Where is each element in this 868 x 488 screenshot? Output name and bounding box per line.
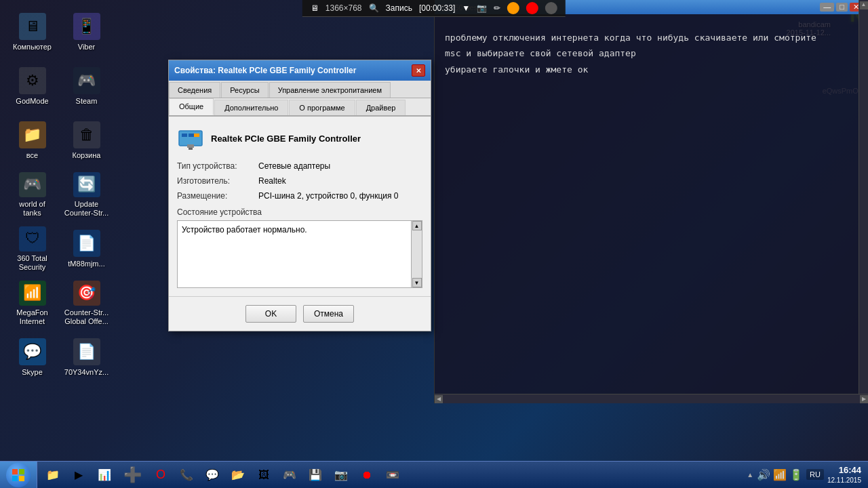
tray-icon-2[interactable]: 📶 xyxy=(773,468,787,481)
taskbar-item-opera[interactable]: O xyxy=(149,464,173,486)
desktop-icon-skype[interactable]: 💬 Skype xyxy=(7,332,58,383)
network-adapter-icon xyxy=(177,125,204,152)
taskbar-item-drive[interactable]: 💾 xyxy=(303,464,328,486)
device-name-text: Realtek PCIe GBE Family Controller xyxy=(211,134,361,144)
viber-label: Viber xyxy=(78,43,95,52)
edit-icon[interactable]: ✏ xyxy=(494,3,500,13)
desktop-icon-trash[interactable]: 🗑 Корзина xyxy=(61,115,112,166)
trash-icon: 🗑 xyxy=(73,121,100,148)
computer-label: Компьютер xyxy=(13,43,52,52)
scrollbar-up[interactable]: ▲ xyxy=(860,1,868,9)
camera-icon[interactable]: 📷 xyxy=(477,3,487,13)
windows-logo xyxy=(12,468,25,482)
tab-oprogramme[interactable]: О программе xyxy=(289,100,355,115)
taskbar: 📁 ▶ 📊 ➕ O 📞 💬 📂 🖼 🎮 💾 📷 ⏺ 📼 ▲ 🔊 📶 🔋 RU xyxy=(0,461,868,488)
scroll-down-arrow[interactable]: ▼ xyxy=(412,278,422,287)
trash-label: Корзина xyxy=(73,151,101,160)
maximize-btn[interactable]: □ xyxy=(836,3,848,12)
taskbar-item-game[interactable]: 🎮 xyxy=(277,464,302,486)
dialog-footer: OK Отмена xyxy=(169,296,431,331)
dialog-close-btn[interactable]: ✕ xyxy=(412,64,425,77)
desktop-icon-cs[interactable]: 🎯 Counter-Str... Global Offe... xyxy=(61,278,112,329)
desktop-icon-70y[interactable]: 📄 70Y34vnYz... xyxy=(61,332,112,383)
taskbar-item-image[interactable]: 🖼 xyxy=(252,464,276,486)
taskbar-clock[interactable]: 16:44 12.11.2015 xyxy=(827,465,861,485)
right-panel-content: проблему отключения интернета когда что … xyxy=(435,20,868,87)
type-label: Тип устройства: xyxy=(177,161,258,171)
scrollbar-right[interactable]: ▶ xyxy=(860,395,868,403)
desktop-icon-steam[interactable]: 🎮 Steam xyxy=(61,61,112,112)
tm88-label: tM88mjm... xyxy=(68,260,104,268)
scrollbar-left[interactable]: ◀ xyxy=(435,395,443,403)
type-value: Сетевые адаптеры xyxy=(258,161,330,171)
update-label: Update Counter-Str... xyxy=(64,200,109,218)
desktop: 🖥 1366×768 🔍 Запись [00:00:33] ▼ 📷 ✏ ban… xyxy=(0,0,868,488)
tab-svedeniya[interactable]: Сведения xyxy=(169,82,220,98)
taskbar-item-skype[interactable]: 💬 xyxy=(200,464,224,486)
svg-rect-2 xyxy=(189,134,194,137)
info-row-type: Тип устройства: Сетевые адаптеры xyxy=(177,161,422,171)
start-button[interactable] xyxy=(0,462,37,489)
godmode-icon: ⚙ xyxy=(19,67,46,94)
tray-icon-3[interactable]: 🔋 xyxy=(789,468,803,481)
svg-rect-1 xyxy=(182,134,187,137)
taskbar-item-files[interactable]: 📂 xyxy=(226,464,250,486)
scroll-up-arrow[interactable]: ▲ xyxy=(412,221,422,230)
70y-icon: 📄 xyxy=(73,338,100,365)
desktop-icon-tm88[interactable]: 📄 tM88mjm... xyxy=(61,224,112,274)
dialog-top-tabs: Сведения Ресурсы Управление электропитан… xyxy=(169,81,431,98)
location-value: PCI-шина 2, устройство 0, функция 0 xyxy=(258,191,399,201)
vse-label: все xyxy=(26,151,38,160)
tab-resursy[interactable]: Ресурсы xyxy=(221,82,268,98)
steam-icon: 🎮 xyxy=(73,67,100,94)
record-red-btn[interactable] xyxy=(526,2,538,14)
dialog-bottom-tabs: Общие Дополнительно О программе Драйвер xyxy=(169,98,431,117)
text-line-2: msc и выбираете свой сетевой адаптер xyxy=(445,45,858,61)
recording-bar: 🖥 1366×768 🔍 Запись [00:00:33] ▼ 📷 ✏ xyxy=(302,0,566,17)
record-orange-btn[interactable] xyxy=(507,2,519,14)
desktop-icon-update[interactable]: 🔄 Update Counter-Str... xyxy=(61,169,112,220)
360-label: 360 Total Security xyxy=(9,254,55,272)
desktop-icon-godmode[interactable]: ⚙ GodMode xyxy=(7,61,58,112)
taskbar-item-explorer[interactable]: 📁 xyxy=(41,464,65,486)
tray-icon-1[interactable]: 🔊 xyxy=(757,468,770,481)
dialog-titlebar[interactable]: Свойства: Realtek PCIe GBE Family Contro… xyxy=(169,60,431,81)
computer-icon: 🖥 xyxy=(19,13,46,40)
minimize-btn[interactable]: — xyxy=(820,3,834,12)
desktop-icon-computer[interactable]: 🖥 Компьютер xyxy=(7,7,58,58)
update-icon: 🔄 xyxy=(73,172,100,197)
desktop-icon-megafon[interactable]: 📶 MegaFon Internet xyxy=(7,278,58,329)
dropdown-arrow[interactable]: ▼ xyxy=(462,3,470,13)
ok-button[interactable]: OK xyxy=(245,305,296,323)
desktop-icon-viber[interactable]: 📱 Viber xyxy=(61,7,112,58)
manufacturer-label: Изготовитель: xyxy=(177,176,258,186)
svg-rect-0 xyxy=(179,131,202,146)
tray-expand-arrow[interactable]: ▲ xyxy=(747,471,753,479)
svg-rect-4 xyxy=(187,144,194,148)
device-header: Realtek PCIe GBE Family Controller xyxy=(177,125,422,152)
tm88-icon: 📄 xyxy=(73,230,100,257)
info-row-location: Размещение: PCI-шина 2, устройство 0, фу… xyxy=(177,191,422,201)
language-indicator[interactable]: RU xyxy=(806,469,824,480)
taskbar-item-bandicam[interactable]: 📼 xyxy=(380,464,405,486)
taskbar-item-media[interactable]: ▶ xyxy=(66,464,91,486)
desktop-icon-360[interactable]: 🛡 360 Total Security xyxy=(7,224,58,274)
status-text: Устройство работает нормально. xyxy=(182,225,307,235)
tab-drayver[interactable]: Драйвер xyxy=(356,100,406,115)
tab-dopolnitelno[interactable]: Дополнительно xyxy=(214,100,288,115)
megafon-label: MegaFon Internet xyxy=(9,308,55,326)
desktop-icon-wot[interactable]: 🎮 world of tanks xyxy=(7,169,58,220)
tab-obshiye[interactable]: Общие xyxy=(169,98,214,115)
steam-label: Steam xyxy=(76,97,98,106)
taskbar-item-viber[interactable]: 📞 xyxy=(174,464,199,486)
svg-rect-9 xyxy=(19,476,24,481)
taskbar-item-plus[interactable]: ➕ xyxy=(118,464,147,486)
skype-label: Skype xyxy=(22,368,43,377)
cancel-button[interactable]: Отмена xyxy=(303,305,354,323)
taskbar-item-record[interactable]: ⏺ xyxy=(355,464,379,486)
taskbar-item-chart[interactable]: 📊 xyxy=(92,464,117,486)
taskbar-item-photo[interactable]: 📷 xyxy=(329,464,353,486)
desktop-icon-vse[interactable]: 📁 все xyxy=(7,115,58,166)
tab-power[interactable]: Управление электропитанием xyxy=(269,82,391,98)
record-dark-btn[interactable] xyxy=(545,2,557,14)
